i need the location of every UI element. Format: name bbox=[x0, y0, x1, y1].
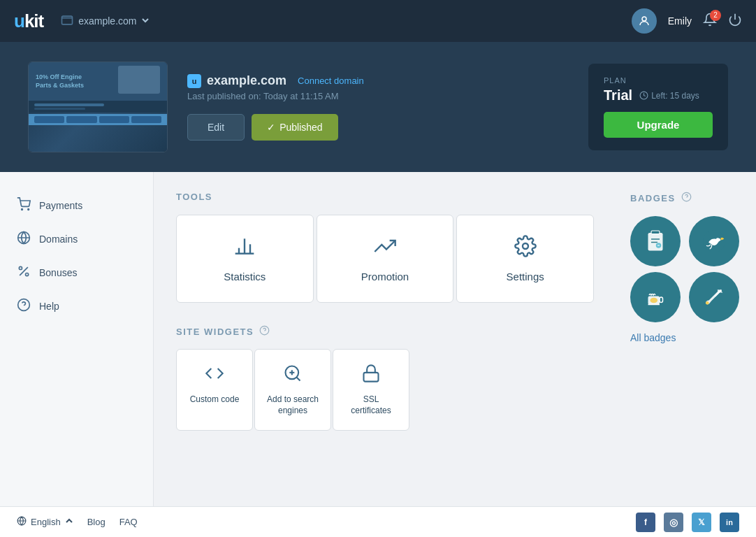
notification-badge: 2 bbox=[710, 10, 721, 21]
site-widgets-title: SITE WIDGETS bbox=[176, 327, 254, 337]
widgets-grid: Custom code Add to search engines SSL ce… bbox=[176, 349, 594, 431]
badge-tools[interactable] bbox=[689, 272, 739, 322]
logo-kit: kit bbox=[24, 10, 43, 31]
badge-design[interactable] bbox=[630, 216, 681, 266]
published-button[interactable]: ✓ Published bbox=[252, 114, 338, 141]
main-content: TOOLS Statistics Promotion Settings bbox=[154, 172, 616, 510]
custom-code-label: Custom code bbox=[190, 394, 240, 406]
svg-point-16 bbox=[523, 243, 528, 249]
topnav-right: Emily 2 bbox=[632, 8, 742, 34]
domain-icon bbox=[60, 13, 74, 29]
edit-button[interactable]: Edit bbox=[187, 114, 245, 141]
social-globe-icon[interactable]: ◎ bbox=[664, 513, 683, 532]
published-label: Published bbox=[279, 122, 323, 133]
sidebar-item-help[interactable]: Help bbox=[0, 289, 153, 323]
globe-icon bbox=[17, 231, 31, 248]
add-search-label: Add to search engines bbox=[266, 394, 319, 416]
sidebar-domains-label: Domains bbox=[39, 234, 78, 245]
promotion-label: Promotion bbox=[361, 271, 409, 282]
blog-link[interactable]: Blog bbox=[87, 517, 106, 527]
tool-settings[interactable]: Settings bbox=[456, 215, 594, 303]
globe-footer-icon bbox=[17, 516, 27, 528]
svg-line-7 bbox=[20, 267, 28, 275]
widget-custom-code[interactable]: Custom code bbox=[176, 349, 253, 431]
plan-row: Trial Left: 15 days bbox=[604, 87, 713, 103]
settings-label: Settings bbox=[507, 271, 544, 282]
sidebar-bonuses-label: Bonuses bbox=[39, 267, 77, 278]
site-u-badge: u bbox=[187, 74, 201, 88]
connect-domain-link[interactable]: Connect domain bbox=[298, 76, 364, 86]
svg-point-5 bbox=[28, 209, 29, 210]
notifications-button[interactable]: 2 bbox=[703, 13, 717, 30]
avatar[interactable] bbox=[632, 8, 657, 34]
plan-days: Left: 15 days bbox=[639, 91, 699, 101]
sidebar-item-domains[interactable]: Domains bbox=[0, 222, 153, 256]
upgrade-button[interactable]: Upgrade bbox=[604, 112, 713, 138]
svg-point-33 bbox=[716, 238, 718, 240]
main-area: Payments Domains Bonuses Help TOOLS bbox=[0, 172, 756, 510]
facebook-icon[interactable]: f bbox=[636, 513, 655, 532]
trending-up-icon bbox=[374, 235, 396, 262]
svg-rect-35 bbox=[660, 297, 663, 303]
topnav-left: ukit example.com bbox=[14, 10, 150, 32]
lock-icon bbox=[361, 364, 381, 387]
logo[interactable]: ukit bbox=[14, 10, 43, 32]
svg-point-1 bbox=[642, 17, 646, 21]
site-selector[interactable]: example.com bbox=[60, 13, 149, 29]
ssl-label: SSL certificates bbox=[344, 394, 398, 416]
widgets-header: SITE WIDGETS bbox=[176, 325, 594, 338]
sidebar-item-payments[interactable]: Payments bbox=[0, 189, 153, 222]
sidebar-item-bonuses[interactable]: Bonuses bbox=[0, 256, 153, 289]
tools-grid: Statistics Promotion Settings bbox=[176, 215, 594, 303]
plan-name: Trial bbox=[604, 87, 632, 103]
site-widgets-help-icon[interactable] bbox=[259, 325, 270, 338]
site-domain: example.com bbox=[207, 73, 286, 88]
check-icon: ✓ bbox=[267, 122, 275, 133]
site-info: u example.com Connect domain Last publis… bbox=[187, 73, 569, 141]
footer-left: English Blog FAQ bbox=[17, 516, 138, 528]
badges-grid bbox=[630, 216, 742, 322]
username: Emily bbox=[668, 15, 692, 27]
badges-panel: BADGES bbox=[616, 172, 756, 510]
plan-box: PLAN Trial Left: 15 days Upgrade bbox=[588, 64, 728, 150]
settings-icon bbox=[514, 235, 537, 262]
badges-help-icon[interactable] bbox=[681, 192, 692, 205]
faq-link[interactable]: FAQ bbox=[119, 517, 138, 527]
svg-point-38 bbox=[706, 301, 709, 305]
logo-u: u bbox=[14, 10, 24, 31]
widget-ssl[interactable]: SSL certificates bbox=[333, 349, 409, 431]
top-navigation: ukit example.com Emily 2 bbox=[0, 0, 756, 42]
svg-rect-23 bbox=[364, 373, 379, 382]
statistics-label: Statistics bbox=[224, 271, 266, 282]
chevron-up-icon bbox=[65, 517, 73, 527]
search-plus-icon bbox=[283, 364, 303, 387]
last-published: Last published on: Today at 11:15 AM bbox=[187, 91, 569, 101]
power-button[interactable] bbox=[728, 13, 742, 30]
svg-rect-27 bbox=[651, 231, 660, 234]
language-selector[interactable]: English bbox=[17, 516, 73, 528]
svg-point-9 bbox=[26, 273, 29, 276]
site-name-row: u example.com Connect domain bbox=[187, 73, 569, 88]
svg-point-8 bbox=[19, 266, 22, 269]
site-preview: 10% Off Engine Parts & Gaskets bbox=[28, 62, 168, 152]
badges-title: BADGES bbox=[630, 193, 676, 203]
sidebar-payments-label: Payments bbox=[39, 200, 82, 211]
tool-statistics[interactable]: Statistics bbox=[176, 215, 314, 303]
hero-actions: Edit ✓ Published bbox=[187, 114, 569, 141]
percent-icon bbox=[17, 264, 31, 281]
footer-right: f ◎ 𝕏 in bbox=[636, 513, 739, 532]
widget-add-search[interactable]: Add to search engines bbox=[254, 349, 331, 431]
linkedin-icon[interactable]: in bbox=[720, 513, 739, 532]
badge-coffee[interactable] bbox=[630, 272, 681, 322]
svg-point-4 bbox=[22, 209, 23, 210]
badge-bird[interactable] bbox=[689, 216, 739, 266]
plan-label: PLAN bbox=[604, 76, 713, 85]
site-domain-label: example.com bbox=[78, 15, 136, 27]
chevron-down-icon bbox=[141, 15, 150, 27]
twitter-icon[interactable]: 𝕏 bbox=[692, 513, 711, 532]
tool-promotion[interactable]: Promotion bbox=[317, 215, 454, 303]
hero-section: 10% Off Engine Parts & Gaskets u example… bbox=[0, 42, 756, 172]
code-icon bbox=[205, 364, 224, 387]
all-badges-link[interactable]: All badges bbox=[630, 332, 742, 343]
language-label: English bbox=[31, 517, 61, 527]
